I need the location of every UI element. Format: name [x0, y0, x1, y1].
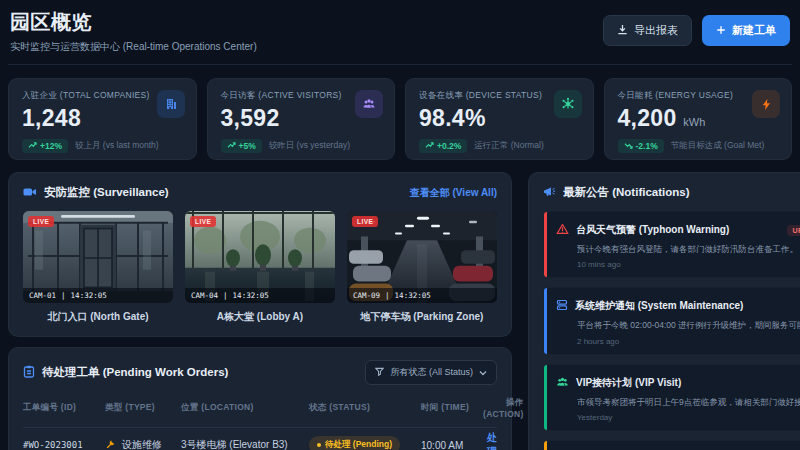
left-column: 安防监控 (Surveillance) 查看全部 (View All)	[8, 172, 512, 450]
trend-badge: -2.1%	[618, 139, 664, 153]
trend-badge: +12%	[22, 139, 68, 153]
camera-overlay: CAM-01|14:32:05	[23, 288, 173, 303]
camera-tile-lobby-a[interactable]: LIVE CAM-04|14:32:05 A栋大堂 (Lobby A)	[185, 211, 335, 324]
chevron-down-icon	[479, 368, 487, 378]
camera-id: CAM-09	[353, 291, 380, 300]
camera-timestamp: 14:32:05	[233, 291, 269, 300]
surveillance-panel: 安防监控 (Surveillance) 查看全部 (View All)	[8, 172, 512, 337]
page-subtitle: 实时监控与运营数据中心 (Real-time Operations Center…	[10, 40, 257, 54]
status-badge-pending: 待处理 (Pending)	[309, 436, 400, 450]
device-network-icon	[554, 90, 582, 118]
clipboard-icon	[23, 365, 35, 380]
notifications-panel: 最新公告 (Notifications) 台风天气预警 (Typhoon War…	[528, 172, 800, 450]
kpi-card-energy: 今日能耗 (ENERGY USAGE) 4,200 kWh -2.1% 节能目标…	[604, 78, 793, 160]
people-group-icon	[556, 374, 569, 392]
plus-icon	[716, 25, 726, 37]
camera-name: A栋大堂 (Lobby A)	[185, 310, 335, 324]
camera-overlay: CAM-04|14:32:05	[185, 288, 335, 303]
energy-bolt-icon	[752, 90, 780, 118]
status-filter-dropdown[interactable]: 所有状态 (All Status)	[365, 360, 497, 385]
trend-badge: +5%	[221, 139, 262, 153]
video-camera-icon	[23, 186, 37, 200]
notification-system-maintenance[interactable]: 系统维护通知 (System Maintenance) 平台将于今晚 02:00…	[543, 287, 800, 354]
notification-vip-visit[interactable]: VIP接待计划 (VIP Visit) 市领导考察团将于明日上午9点莅临参观，请…	[543, 364, 800, 431]
camera-id: CAM-04	[191, 291, 218, 300]
camera-name: 北门入口 (North Gate)	[23, 310, 173, 324]
trend-up-icon	[425, 141, 434, 151]
live-badge: LIVE	[28, 216, 54, 227]
camera-feed-image: LIVE CAM-04|14:32:05	[185, 211, 335, 303]
dashboard-page: 园区概览 实时监控与运营数据中心 (Real-time Operations C…	[0, 0, 800, 450]
trend-badge: +0.2%	[419, 139, 467, 153]
kpi-card-visitors: 今日访客 (ACTIVE VISITORS) 3,592 +5% 较昨日 (vs…	[207, 78, 396, 160]
work-orders-table-header: 工单编号 (ID) 类型 (TYPE) 位置 (LOCATION) 状态 (ST…	[23, 397, 497, 428]
new-work-order-button[interactable]: 新建工单	[702, 15, 790, 46]
megaphone-icon	[543, 186, 556, 200]
export-report-button[interactable]: 导出报表	[603, 15, 692, 46]
work-order-type: 设施维修	[122, 438, 162, 450]
server-icon	[556, 297, 568, 315]
wrench-icon	[105, 439, 116, 450]
trend-up-icon	[227, 141, 236, 151]
camera-timestamp: 14:32:05	[71, 291, 107, 300]
camera-tile-parking[interactable]: LIVE CAM-09|14:32:05 地下停车场 (Parking Zone…	[347, 211, 497, 324]
live-badge: LIVE	[352, 216, 378, 227]
camera-feed-image: LIVE CAM-09|14:32:05	[347, 211, 497, 303]
kpi-unit: kWh	[683, 116, 705, 128]
trend-up-icon	[28, 141, 37, 151]
building-icon	[157, 90, 185, 118]
page-title: 园区概览	[10, 9, 257, 36]
trend-down-icon	[624, 141, 633, 151]
visitors-icon	[355, 90, 383, 118]
camera-tile-north-gate[interactable]: LIVE CAM-01|14:32:05 北门入口 (North Gate)	[23, 211, 173, 324]
filter-icon	[375, 367, 384, 378]
camera-name: 地下停车场 (Parking Zone)	[347, 310, 497, 324]
download-icon	[617, 24, 628, 37]
camera-id: CAM-01	[29, 291, 56, 300]
kpi-card-device-status: 设备在线率 (DEVICE STATUS) 98.4% +0.2% 运行正常 (…	[405, 78, 594, 160]
work-order-time: 10:00 AM	[421, 440, 483, 450]
work-order-id: #WO-2023001	[23, 440, 105, 450]
kpi-card-companies: 入驻企业 (TOTAL COMPANIES) 1,248 +12% 较上月 (v…	[8, 78, 197, 160]
camera-timestamp: 14:32:05	[395, 291, 431, 300]
camera-overlay: CAM-09|14:32:05	[347, 288, 497, 303]
work-orders-panel: 待处理工单 (Pending Work Orders) 所有状态 (All St…	[8, 347, 512, 450]
camera-feed-image: LIVE CAM-01|14:32:05	[23, 211, 173, 303]
notification-fire-drill[interactable]: 消防演习通知 (Fire Drill) 下周一将在A栋举行全员消防演习，请周知。…	[543, 440, 800, 450]
notification-typhoon-warning[interactable]: 台风天气预警 (Typhoon Warning) URGENT 预计今晚有强台风…	[543, 211, 800, 278]
work-order-row[interactable]: #WO-2023001 设施维修 3号楼电梯 (Elevator B3) 待处理…	[23, 428, 497, 450]
warning-triangle-icon	[556, 221, 569, 239]
view-all-link[interactable]: 查看全部 (View All)	[410, 186, 497, 200]
page-header: 园区概览 实时监控与运营数据中心 (Real-time Operations C…	[8, 0, 792, 65]
kpi-row: 入驻企业 (TOTAL COMPANIES) 1,248 +12% 较上月 (v…	[8, 78, 792, 160]
handle-action-link[interactable]: 处理	[487, 432, 497, 450]
live-badge: LIVE	[190, 216, 216, 227]
urgent-badge: URGENT	[787, 225, 800, 236]
work-order-location: 3号楼电梯 (Elevator B3)	[181, 438, 309, 450]
